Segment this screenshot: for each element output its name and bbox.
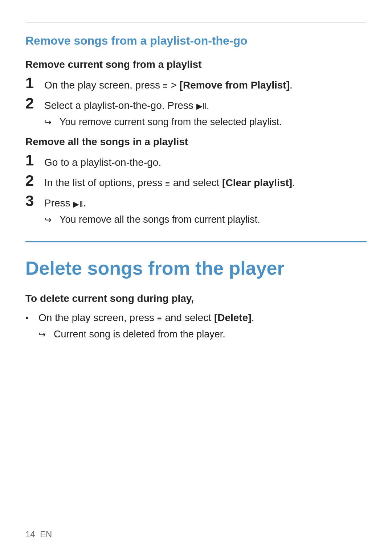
subsection-remove-current-heading: Remove current song from a playlist (25, 59, 367, 70)
step-number-1b: 1 (25, 152, 44, 169)
section-delete-title: Delete songs from the player (25, 257, 367, 279)
subsection-remove-all-heading: Remove all the songs in a playlist (25, 136, 367, 148)
step-3-remove-all: 3 Press ▶Ⅱ. ↪ You remove all the songs f… (25, 194, 367, 227)
step-number-3: 3 (25, 193, 44, 209)
result-arrow-3: ↪ (38, 328, 52, 341)
play-pause-icon-2: ▶Ⅱ (73, 198, 83, 210)
step-number-1: 1 (25, 75, 44, 91)
clear-playlist-label: [Clear playlist] (222, 177, 292, 188)
remove-current-steps: 1 On the play screen, press ≡ > [Remove … (25, 76, 367, 129)
subsection-remove-current: Remove current song from a playlist 1 On… (25, 59, 367, 129)
step-number-2: 2 (25, 95, 44, 112)
step-1-content: On the play screen, press ≡ > [Remove fr… (44, 76, 367, 93)
remove-from-playlist-label: [Remove from Playlist] (180, 79, 290, 91)
step-2b-content: In the list of options, press ≡ and sele… (44, 174, 367, 190)
subsection-remove-all: Remove all the songs in a playlist 1 Go … (25, 136, 367, 227)
section-delete: Delete songs from the player To delete c… (25, 241, 367, 341)
play-pause-icon-1: ▶Ⅱ (196, 100, 207, 112)
remove-all-steps: 1 Go to a playlist-on-the-go. 2 In the l… (25, 153, 367, 227)
delete-result: ↪ Current song is deleted from the playe… (38, 328, 367, 341)
step-2-content: Select a playlist-on-the-go. Press ▶Ⅱ. ↪… (44, 97, 367, 129)
step-1b-content: Go to a playlist-on-the-go. (44, 153, 367, 170)
menu-icon-1: ≡ (163, 80, 168, 92)
page-footer: 14 EN (25, 529, 52, 539)
bullet-1-content: On the play screen, press ≡ and select [… (38, 310, 367, 341)
step-number-2b: 2 (25, 172, 44, 189)
result-text-2: You remove all the songs from current pl… (60, 213, 367, 227)
bullet-dot-1: • (25, 310, 38, 325)
subsection-delete-heading: To delete current song during play, (25, 293, 367, 304)
page-lang: EN (40, 529, 52, 539)
result-text-1: You remove current song from the selecte… (60, 115, 367, 129)
step-2-remove-all: 2 In the list of options, press ≡ and se… (25, 174, 367, 190)
delete-bullet-1: • On the play screen, press ≡ and select… (25, 310, 367, 341)
section-remove-title: Remove songs from a playlist-on-the-go (25, 33, 367, 49)
step-1-remove-all: 1 Go to a playlist-on-the-go. (25, 153, 367, 170)
step-2-remove-current: 2 Select a playlist-on-the-go. Press ▶Ⅱ.… (25, 97, 367, 129)
result-arrow-2: ↪ (44, 213, 57, 226)
step-1-remove-current: 1 On the play screen, press ≡ > [Remove … (25, 76, 367, 93)
step-3-result: ↪ You remove all the songs from current … (44, 213, 367, 227)
menu-icon-3: ≡ (157, 312, 162, 324)
step-3-content: Press ▶Ⅱ. ↪ You remove all the songs fro… (44, 194, 367, 227)
section-remove: Remove songs from a playlist-on-the-go R… (25, 22, 367, 227)
subsection-delete-current: To delete current song during play, • On… (25, 293, 367, 341)
result-arrow-1: ↪ (44, 115, 57, 128)
delete-label: [Delete] (214, 312, 252, 323)
delete-bullets: • On the play screen, press ≡ and select… (25, 310, 367, 341)
result-text-3: Current song is deleted from the player. (54, 328, 367, 341)
menu-icon-2: ≡ (165, 178, 170, 190)
step-2-result: ↪ You remove current song from the selec… (44, 115, 367, 129)
page-number: 14 (25, 529, 35, 539)
